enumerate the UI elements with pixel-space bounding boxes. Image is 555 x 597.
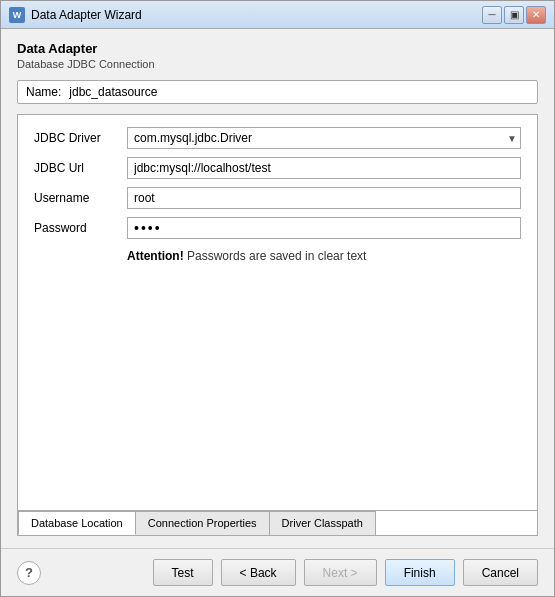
jdbc-driver-select[interactable]: com.mysql.jdbc.Driver bbox=[127, 127, 521, 149]
name-label: Name: bbox=[26, 85, 61, 99]
jdbc-url-row: JDBC Url bbox=[34, 157, 521, 179]
form-body: JDBC Driver com.mysql.jdbc.Driver ▼ JDBC… bbox=[18, 115, 537, 510]
window: W Data Adapter Wizard ─ ▣ ✕ Data Adapter… bbox=[0, 0, 555, 597]
minimize-button[interactable]: ─ bbox=[482, 6, 502, 24]
tab-bar: Database Location Connection Properties … bbox=[18, 510, 537, 535]
tab-connection-properties[interactable]: Connection Properties bbox=[135, 511, 270, 535]
attention-bold: Attention! bbox=[127, 249, 184, 263]
main-content: Data Adapter Database JDBC Connection Na… bbox=[1, 29, 554, 548]
attention-row: Attention! Passwords are saved in clear … bbox=[34, 249, 521, 263]
help-button[interactable]: ? bbox=[17, 561, 41, 585]
app-icon: W bbox=[9, 7, 25, 23]
name-row: Name: bbox=[17, 80, 538, 104]
maximize-button[interactable]: ▣ bbox=[504, 6, 524, 24]
tab-driver-classpath[interactable]: Driver Classpath bbox=[269, 511, 376, 535]
tab-database-location[interactable]: Database Location bbox=[18, 511, 136, 535]
next-button[interactable]: Next > bbox=[304, 559, 377, 586]
name-input[interactable] bbox=[69, 85, 529, 99]
window-controls: ─ ▣ ✕ bbox=[482, 6, 546, 24]
section-title: Data Adapter bbox=[17, 41, 538, 56]
section-subtitle: Database JDBC Connection bbox=[17, 58, 538, 70]
jdbc-driver-row: JDBC Driver com.mysql.jdbc.Driver ▼ bbox=[34, 127, 521, 149]
password-row: Password bbox=[34, 217, 521, 239]
title-bar: W Data Adapter Wizard ─ ▣ ✕ bbox=[1, 1, 554, 29]
attention-text: Attention! Passwords are saved in clear … bbox=[127, 249, 366, 263]
password-label: Password bbox=[34, 221, 119, 235]
back-button[interactable]: < Back bbox=[221, 559, 296, 586]
test-button[interactable]: Test bbox=[153, 559, 213, 586]
cancel-button[interactable]: Cancel bbox=[463, 559, 538, 586]
finish-button[interactable]: Finish bbox=[385, 559, 455, 586]
jdbc-driver-label: JDBC Driver bbox=[34, 131, 119, 145]
username-input[interactable] bbox=[127, 187, 521, 209]
close-button[interactable]: ✕ bbox=[526, 6, 546, 24]
jdbc-url-label: JDBC Url bbox=[34, 161, 119, 175]
username-label: Username bbox=[34, 191, 119, 205]
jdbc-url-input[interactable] bbox=[127, 157, 521, 179]
header-section: Data Adapter Database JDBC Connection bbox=[17, 41, 538, 70]
window-title: Data Adapter Wizard bbox=[31, 8, 476, 22]
username-row: Username bbox=[34, 187, 521, 209]
jdbc-driver-select-wrapper: com.mysql.jdbc.Driver ▼ bbox=[127, 127, 521, 149]
form-panel: JDBC Driver com.mysql.jdbc.Driver ▼ JDBC… bbox=[17, 114, 538, 536]
form-spacer bbox=[34, 271, 521, 498]
footer: ? Test < Back Next > Finish Cancel bbox=[1, 548, 554, 596]
password-input[interactable] bbox=[127, 217, 521, 239]
